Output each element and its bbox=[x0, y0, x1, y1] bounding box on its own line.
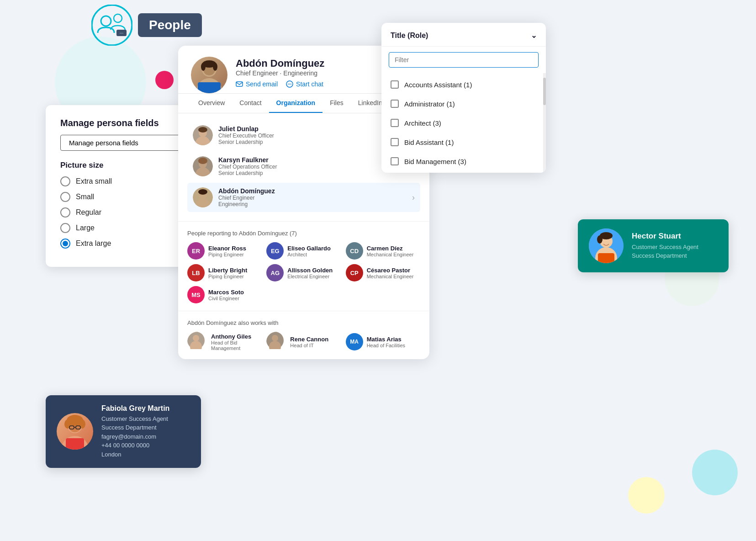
abdon-org-info: Abdón Domínguez Chief Engineer Engineeri… bbox=[218, 187, 275, 207]
chevron-right-icon: › bbox=[412, 193, 415, 202]
report-liberty[interactable]: LB Liberty Bright Piping Engineer bbox=[187, 264, 262, 281]
radio-extra-large[interactable] bbox=[60, 239, 70, 249]
fabiola-location: London bbox=[101, 450, 169, 459]
dropdown-header: Title (Role) ⌄ bbox=[381, 23, 546, 47]
cesareo-avatar: CP bbox=[346, 264, 363, 281]
report-eliseo[interactable]: EG Eliseo Gallardo Architect bbox=[266, 242, 341, 260]
manage-persona-fields-button[interactable]: Manage persona fields bbox=[60, 135, 196, 151]
radio-small[interactable] bbox=[60, 192, 70, 202]
filter-list: Accounts Assistant (1) Administrator (1)… bbox=[381, 73, 546, 173]
rene-avatar bbox=[266, 332, 286, 352]
juliet-info: Juliet Dunlap Chief Executive Officer Se… bbox=[218, 125, 274, 145]
karsyn-avatar bbox=[193, 156, 213, 176]
filter-item-bid-assistant[interactable]: Bid Assistant (1) bbox=[381, 133, 546, 152]
radio-regular[interactable] bbox=[60, 207, 70, 217]
report-marcos[interactable]: MS Marcos Soto Civil Engineer bbox=[187, 286, 262, 303]
svg-point-49 bbox=[597, 235, 603, 244]
eleanor-avatar: ER bbox=[187, 242, 205, 260]
start-chat-action[interactable]: Start chat bbox=[286, 80, 323, 88]
radio-extra-small[interactable] bbox=[60, 176, 70, 186]
filter-item-architect[interactable]: Architect (3) bbox=[381, 113, 546, 133]
reports-section: People reporting to Abdón Domínguez (7) … bbox=[178, 221, 429, 311]
hector-name: Hector Stuart bbox=[632, 232, 698, 241]
svg-point-30 bbox=[198, 127, 207, 133]
svg-point-40 bbox=[193, 335, 199, 341]
report-allisson[interactable]: AG Allisson Golden Electrical Engineer bbox=[266, 264, 341, 281]
deco-circle-cyan bbox=[692, 450, 738, 495]
checkbox-architect[interactable] bbox=[391, 119, 399, 127]
tab-organization[interactable]: Organization bbox=[269, 94, 323, 113]
profile-actions: Send email Start chat bbox=[236, 80, 324, 88]
juliet-avatar bbox=[193, 125, 213, 145]
size-small[interactable]: Small bbox=[60, 192, 196, 202]
report-carmen[interactable]: CD Carmen Díez Mechanical Engineer bbox=[346, 242, 420, 260]
filter-item-bid-management[interactable]: Bid Management (3) bbox=[381, 152, 546, 171]
tab-contact[interactable]: Contact bbox=[232, 94, 269, 113]
radio-large[interactable] bbox=[60, 223, 70, 233]
filter-item-accounts-assistant[interactable]: Accounts Assistant (1) bbox=[381, 75, 546, 94]
carmen-avatar: CD bbox=[346, 242, 363, 260]
deco-circle-pink bbox=[155, 71, 174, 89]
profile-subtitle: Chief Engineer · Engineering bbox=[236, 69, 324, 77]
size-extra-large[interactable]: Extra large bbox=[60, 239, 196, 249]
reports-grid: ER Eleanor Ross Piping Engineer EG Elise… bbox=[187, 242, 420, 303]
profile-avatar bbox=[191, 57, 227, 93]
checkbox-bid-assistant[interactable] bbox=[391, 138, 399, 146]
org-person-abdon[interactable]: Abdón Domínguez Chief Engineer Engineeri… bbox=[187, 183, 420, 212]
filter-item-administrator[interactable]: Administrator (1) bbox=[381, 94, 546, 113]
checkbox-administrator[interactable] bbox=[391, 100, 399, 108]
svg-point-38 bbox=[198, 189, 207, 195]
svg-point-10 bbox=[79, 419, 85, 429]
svg-point-26 bbox=[291, 84, 291, 85]
fabiola-role: Customer Success Agent bbox=[101, 414, 169, 424]
checkbox-bid-management[interactable] bbox=[391, 157, 399, 165]
fabiola-name: Fabiola Grey Martin bbox=[101, 404, 169, 413]
fabiola-info: Fabiola Grey Martin Customer Success Age… bbox=[101, 404, 169, 459]
svg-rect-14 bbox=[66, 438, 84, 450]
filter-input[interactable] bbox=[389, 52, 539, 68]
chevron-down-icon[interactable]: ⌄ bbox=[531, 31, 537, 40]
fabiola-dept: Success Department bbox=[101, 423, 169, 432]
matias-avatar: MA bbox=[346, 333, 363, 350]
svg-point-9 bbox=[64, 419, 71, 429]
send-email-action[interactable]: Send email bbox=[236, 80, 278, 88]
svg-text:···: ··· bbox=[120, 31, 123, 36]
works-with-section: Abdón Domínguez also works with Anthony … bbox=[178, 311, 429, 359]
fabiola-email: fagrey@domain.com bbox=[101, 432, 169, 441]
allisson-avatar: AG bbox=[266, 264, 284, 281]
scrollbar-thumb[interactable] bbox=[543, 78, 546, 105]
svg-point-25 bbox=[289, 84, 290, 85]
works-matias[interactable]: MA Matias Arias Head of Facilities bbox=[346, 332, 420, 352]
works-with-grid: Anthony Giles Head of Bid Management Ren… bbox=[187, 332, 420, 352]
svg-point-2 bbox=[114, 14, 122, 22]
eliseo-avatar: EG bbox=[266, 242, 284, 260]
svg-point-1 bbox=[101, 16, 111, 26]
size-regular[interactable]: Regular bbox=[60, 207, 196, 217]
profile-info: Abdón Domínguez Chief Engineer · Enginee… bbox=[236, 58, 324, 92]
tab-files[interactable]: Files bbox=[322, 94, 351, 113]
people-logo-icon: ··· bbox=[91, 5, 132, 46]
size-extra-small[interactable]: Extra small bbox=[60, 176, 196, 186]
report-cesareo[interactable]: CP Césareo Pastor Mechanical Engineer bbox=[346, 264, 420, 281]
karsyn-info: Karsyn Faulkner Chief Operations Officer… bbox=[218, 156, 277, 176]
scrollbar-track bbox=[543, 73, 546, 173]
hector-dept: Success Department bbox=[632, 251, 698, 260]
tab-overview[interactable]: Overview bbox=[191, 94, 232, 113]
email-icon bbox=[236, 80, 243, 88]
filter-input-wrap bbox=[381, 47, 546, 73]
deco-circle-yellow bbox=[628, 477, 665, 514]
marcos-avatar: MS bbox=[187, 286, 205, 303]
svg-rect-50 bbox=[598, 253, 614, 263]
dropdown-title: Title (Role) bbox=[391, 32, 428, 40]
checkbox-accounts-assistant[interactable] bbox=[391, 80, 399, 89]
size-large[interactable]: Large bbox=[60, 223, 196, 233]
report-eleanor[interactable]: ER Eleanor Ross Piping Engineer bbox=[187, 242, 262, 260]
works-rene[interactable]: Rene Cannon Head of IT bbox=[266, 332, 341, 352]
svg-point-19 bbox=[201, 63, 206, 71]
profile-name: Abdón Domínguez bbox=[236, 58, 324, 69]
fabiola-card: Fabiola Grey Martin Customer Success Age… bbox=[46, 395, 201, 468]
picture-size-label: Picture size bbox=[60, 161, 196, 170]
works-anthony[interactable]: Anthony Giles Head of Bid Management bbox=[187, 332, 262, 352]
hector-avatar bbox=[589, 228, 624, 263]
fabiola-avatar bbox=[57, 413, 93, 450]
